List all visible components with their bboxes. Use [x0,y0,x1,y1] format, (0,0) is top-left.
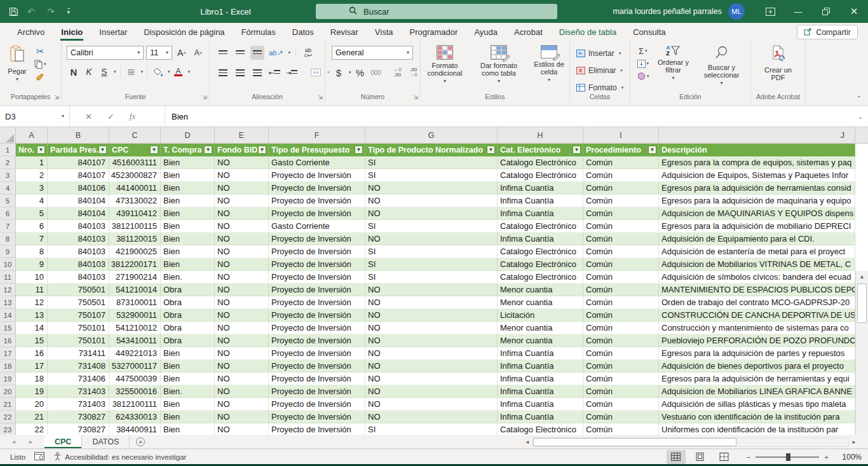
grid-cell[interactable]: NO [365,373,498,385]
grid-cell[interactable]: 17 [16,360,48,373]
decrease-font-icon[interactable]: A˅ [191,46,205,60]
grid-cell[interactable]: 750501 [48,284,109,296]
row-number-3[interactable]: 3 [0,169,16,182]
grid-cell[interactable]: 532900011 [109,309,161,322]
row-number-4[interactable]: 4 [0,182,16,195]
ribbon-tab-inicio[interactable]: Inicio [53,23,91,41]
share-button[interactable]: Compartir [797,25,858,39]
grid-cell[interactable]: Bien. [161,385,215,398]
fill-color-icon[interactable] [151,65,165,79]
grid-cell[interactable]: 750101 [48,322,109,334]
delete-cells-button[interactable]: Eliminar▾ [575,64,630,78]
grid-cell[interactable]: 447500039 [109,373,161,385]
row-number-11[interactable]: 11 [0,271,16,284]
grid-cell[interactable]: 731403 [48,398,109,411]
grid-cell[interactable]: 12 [16,296,48,309]
grid-cell[interactable]: Puebloviejo PERFORACIÓN DE POZO PROFUNDO… [659,334,855,347]
grid-cell[interactable]: Licitación [498,309,583,322]
grid-cell[interactable]: Proyecto de Inversión [269,271,365,284]
grid-cell[interactable]: Bien [161,347,215,360]
grid-cell[interactable]: 730827 [48,411,109,423]
grid-cell[interactable]: Bien [161,411,215,423]
page-layout-view-icon[interactable] [691,450,710,464]
grid-cell[interactable]: 8 [16,245,48,258]
format-as-table-button[interactable]: Dar formato como tabla ▾ [473,41,525,90]
grid-cell[interactable]: Común [583,373,659,385]
grid-cell[interactable]: Proyecto de Inversión [269,398,365,411]
zoom-slider[interactable] [756,456,819,458]
grid-cell[interactable]: NO [215,195,269,207]
grid-cell[interactable]: 13 [16,309,48,322]
grid-cell[interactable]: 14 [16,322,48,334]
grid-cell[interactable]: Adquisición de símbolos cívicos: bandera… [659,271,855,284]
grid-cell[interactable]: Adquisicion de Equipos, Sistemas y Paque… [659,169,855,182]
grid-cell[interactable]: 840104 [48,195,109,207]
row-number-23[interactable]: 23 [0,423,16,435]
new-sheet-button[interactable]: + [130,435,151,448]
grid-cell[interactable]: Común [583,245,659,258]
confirm-entry-icon[interactable]: ✓ [107,112,114,121]
horizontal-scroll-thumb[interactable] [533,438,736,446]
align-right-icon[interactable] [250,65,264,79]
sort-filter-button[interactable]: AZ Ordenar y filtrar ▾ [652,41,695,90]
redo-icon[interactable]: ↷▾ [47,7,58,16]
grid-cell[interactable]: Proyecto de Inversión [269,258,365,271]
font-dialog-launcher[interactable]: ⇲ [202,94,207,100]
grid-cell[interactable]: 873100011 [109,296,161,309]
grid-cell[interactable]: NO [365,195,498,207]
grid-cell[interactable]: 3812200171 [109,258,161,271]
number-dialog-launcher[interactable]: ⇲ [413,94,418,100]
italic-button[interactable]: K [82,65,96,79]
grid-cell[interactable]: 840106 [48,182,109,195]
grid-cell[interactable]: 3812100115 [109,220,161,233]
grid-cell[interactable]: Infima Cuantía [498,347,583,360]
ribbon-tab-vista[interactable]: Vista [367,23,402,41]
grid-cell[interactable]: 441400011 [109,182,161,195]
table-header-tipo-de-producto-normalizado[interactable]: Tipo de Producto Normalizado▼ [365,144,498,156]
table-header-t-compra[interactable]: T. Compra▼ [161,144,215,156]
grid-cell[interactable]: NO [365,385,498,398]
alignment-dialog-launcher[interactable]: ⇲ [318,94,323,100]
font-color-icon[interactable]: A [172,65,186,79]
row-number-1[interactable]: 1 [0,144,16,156]
save-icon[interactable] [9,7,18,17]
expand-formula-bar-icon[interactable]: ⌄ [853,106,868,127]
grid-cell[interactable]: NO [215,398,269,411]
filter-dropdown-icon[interactable]: ▼ [487,146,495,154]
grid-cell[interactable]: 750501 [48,296,109,309]
grid-cell[interactable]: Adquisición de Equipamiento para el CDI. [659,233,855,245]
grid-cell[interactable]: NO [365,347,498,360]
grid-cell[interactable]: 4516003111 [109,156,161,169]
table-header-tipo-de-presupuesto[interactable]: Tipo de Presupuesto▼ [269,144,365,156]
grid-cell[interactable]: 731406 [48,373,109,385]
grid-cell[interactable]: 10 [16,271,48,284]
font-name-select[interactable]: Calibri▾ [67,46,144,60]
find-select-button[interactable]: Buscar y seleccionar ▾ [695,41,749,90]
grid-cell[interactable]: Común [583,309,659,322]
table-header-descripci-n[interactable]: Descripción [659,144,855,156]
underline-button[interactable]: S [97,65,111,79]
search-box[interactable]: Buscar [316,4,557,19]
grid-cell[interactable]: NO [365,182,498,195]
sheet-tab-cpc[interactable]: CPC [44,435,82,448]
grid-cell[interactable]: SI [365,245,498,258]
grid-cell[interactable]: Egresos para la adquisición de herramien… [659,373,855,385]
currency-icon[interactable]: $ [332,65,346,79]
grid-cell[interactable]: NO [365,411,498,423]
grid-cell[interactable]: SI [365,156,498,169]
grid-cell[interactable]: Común [583,360,659,373]
copy-icon[interactable]: ▾ [33,59,48,69]
wrap-text-icon[interactable]: abc↩ [301,46,315,60]
borders-icon[interactable]: ⊞ [125,65,139,79]
decrease-indent-icon[interactable]: ⇤ [268,65,281,79]
ribbon-display-options-icon[interactable] [756,0,784,23]
grid-cell[interactable]: Común [583,385,659,398]
grid-cell[interactable]: Catalogo Electrónico [498,169,583,182]
grid-cell[interactable]: Proyecto de Inversión [269,360,365,373]
grid-cell[interactable]: Catalogo Electrónico [498,258,583,271]
grid-cell[interactable]: Adquisición de sillas plásticas y mesas … [659,398,855,411]
grid-cell[interactable]: 11 [16,284,48,296]
grid-cell[interactable]: Proyecto de Inversión [269,182,365,195]
sheet-tab-datos[interactable]: DATOS [82,435,130,448]
column-letter-A[interactable]: A [16,127,48,144]
